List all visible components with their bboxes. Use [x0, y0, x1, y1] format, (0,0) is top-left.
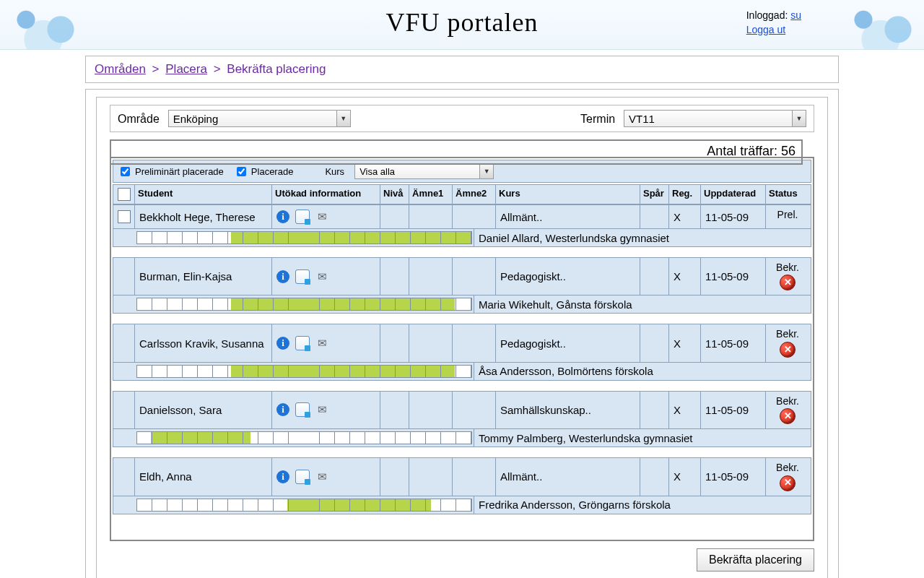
- col-niva[interactable]: Nivå: [380, 185, 409, 204]
- col-amne1[interactable]: Ämne1: [409, 185, 453, 204]
- row-updated: 11-05-09: [701, 458, 766, 495]
- results-grid[interactable]: Preliminärt placerade Placerade Kurs Vis…: [110, 157, 814, 541]
- timeline-bar: [135, 296, 474, 313]
- document-icon[interactable]: [295, 336, 310, 350]
- table-row[interactable]: Danielsson, Sarai✉Samhällskunskap..X11-0…: [113, 391, 811, 447]
- placement-desc: Fredrika Andersson, Gröngarns förskola: [474, 496, 811, 513]
- row-kurs: Allmänt..: [496, 458, 640, 495]
- row-status: Bekr.✕: [766, 392, 809, 428]
- breadcrumb: Områden > Placera > Bekräfta placering: [86, 56, 838, 82]
- col-student[interactable]: Student: [135, 185, 272, 204]
- col-spar[interactable]: Spår: [640, 185, 669, 204]
- info-icon[interactable]: i: [276, 210, 289, 223]
- table-row[interactable]: Carlsson Kravik, Susannai✉Pedagogiskt..X…: [113, 324, 811, 380]
- row-status: Bekr.✕: [766, 324, 809, 361]
- placement-desc: Tommy Palmberg, Westerlundska gymnasiet: [474, 430, 811, 447]
- document-icon[interactable]: [295, 402, 310, 417]
- prelim-checkbox-input[interactable]: [121, 167, 130, 176]
- table-row[interactable]: Burman, Elin-Kajsai✉Pedagogiskt..X11-05-…: [113, 257, 811, 314]
- table-row[interactable]: Bekkholt Hege, Theresei✉Allmänt..X11-05-…: [113, 204, 811, 247]
- remove-icon[interactable]: ✕: [780, 342, 796, 358]
- info-icon[interactable]: i: [276, 337, 289, 350]
- col-status[interactable]: Status: [766, 185, 809, 204]
- placement-desc: Daniel Allard, Westerlundska gymnasiet: [474, 230, 811, 246]
- term-label: Termin: [580, 113, 615, 125]
- row-status: Bekr.✕: [766, 458, 809, 495]
- mail-icon[interactable]: ✉: [315, 470, 328, 483]
- decoration-right: [837, 0, 924, 49]
- chevron-down-icon: ▼: [792, 111, 806, 126]
- mail-icon[interactable]: ✉: [315, 337, 328, 350]
- kurs-filter-select[interactable]: Visa alla ▼: [354, 163, 494, 179]
- info-icon[interactable]: i: [276, 470, 289, 483]
- col-reg[interactable]: Reg.: [669, 185, 701, 204]
- user-box: Inloggad: su Logga ut: [746, 9, 801, 37]
- row-updated: 11-05-09: [701, 324, 766, 361]
- row-kurs: Pedagogiskt..: [496, 258, 640, 295]
- row-status: Prel.: [766, 205, 809, 228]
- info-icon[interactable]: i: [276, 403, 289, 416]
- document-icon[interactable]: [295, 269, 310, 284]
- prelim-checkbox-label: Preliminärt placerade: [135, 166, 224, 177]
- decoration-left: [0, 0, 87, 49]
- timeline-bar: [135, 363, 474, 380]
- kurs-filter-value: Visa alla: [355, 166, 479, 177]
- row-updated: 11-05-09: [701, 258, 766, 295]
- row-checkbox[interactable]: [118, 210, 131, 223]
- main-panel: Område Enköping ▼ Termin VT11 ▼ Antal tr…: [96, 97, 828, 578]
- placement-desc: Åsa Andersson, Bolmörtens förskola: [474, 363, 811, 379]
- row-reg: X: [669, 205, 701, 228]
- area-select-value: Enköping: [169, 113, 336, 125]
- chevron-down-icon: ▼: [479, 164, 493, 178]
- area-select[interactable]: Enköping ▼: [168, 110, 351, 127]
- col-amne2[interactable]: Ämne2: [453, 185, 496, 204]
- document-icon[interactable]: [295, 210, 310, 224]
- mail-icon[interactable]: ✉: [315, 210, 328, 223]
- placed-checkbox-label: Placerade: [251, 166, 294, 177]
- row-reg: X: [669, 392, 701, 428]
- placed-checkbox-input[interactable]: [237, 167, 246, 176]
- timeline-bar: [135, 429, 474, 447]
- logout-link[interactable]: Logga ut: [746, 24, 786, 35]
- breadcrumb-areas[interactable]: Områden: [95, 62, 146, 76]
- document-icon[interactable]: [295, 470, 310, 484]
- timeline-bar: [135, 229, 474, 246]
- logged-in-label: Inloggad:: [746, 9, 788, 21]
- row-updated: 11-05-09: [701, 205, 766, 228]
- placed-checkbox[interactable]: Placerade: [234, 165, 294, 178]
- remove-icon[interactable]: ✕: [780, 275, 796, 290]
- mail-icon[interactable]: ✉: [315, 403, 328, 416]
- user-link[interactable]: su: [790, 9, 801, 21]
- breadcrumb-sep: >: [214, 62, 221, 76]
- row-status: Bekr.✕: [766, 258, 809, 295]
- remove-icon[interactable]: ✕: [780, 408, 796, 424]
- row-reg: X: [669, 324, 701, 361]
- area-label: Område: [118, 113, 160, 125]
- mail-icon[interactable]: ✉: [315, 270, 328, 283]
- hits-bar: Antal träffar: 56: [110, 139, 803, 165]
- breadcrumb-current: Bekräfta placering: [227, 62, 326, 76]
- confirm-placement-button[interactable]: Bekräfta placering: [697, 548, 814, 571]
- breadcrumb-place[interactable]: Placera: [165, 62, 207, 76]
- remove-icon[interactable]: ✕: [780, 475, 796, 491]
- col-upd[interactable]: Uppdaterad: [701, 185, 766, 204]
- row-updated: 11-05-09: [701, 392, 766, 428]
- prelim-checkbox[interactable]: Preliminärt placerade: [118, 165, 224, 178]
- row-actions: i✉: [272, 392, 380, 428]
- breadcrumb-sep: >: [152, 62, 160, 76]
- select-all-checkbox[interactable]: [118, 188, 131, 201]
- row-actions: i✉: [272, 458, 380, 495]
- row-actions: i✉: [272, 205, 380, 228]
- row-reg: X: [669, 258, 701, 295]
- student-name: Bekkholt Hege, Therese: [135, 205, 272, 228]
- term-select[interactable]: VT11 ▼: [624, 110, 806, 127]
- kurs-filter-label: Kurs: [325, 166, 344, 177]
- topbar: VFU portalen Inloggad: su Logga ut: [0, 0, 924, 50]
- col-kurs[interactable]: Kurs: [496, 185, 640, 204]
- student-name: Danielsson, Sara: [135, 392, 272, 428]
- student-name: Carlsson Kravik, Susanna: [135, 324, 272, 361]
- col-ext[interactable]: Utökad information: [272, 185, 380, 204]
- table-row[interactable]: Eldh, Annai✉Allmänt..X11-05-09Bekr.✕Fred…: [113, 457, 811, 514]
- info-icon[interactable]: i: [276, 270, 289, 283]
- grid-header: Student Utökad information Nivå Ämne1 Äm…: [113, 184, 811, 204]
